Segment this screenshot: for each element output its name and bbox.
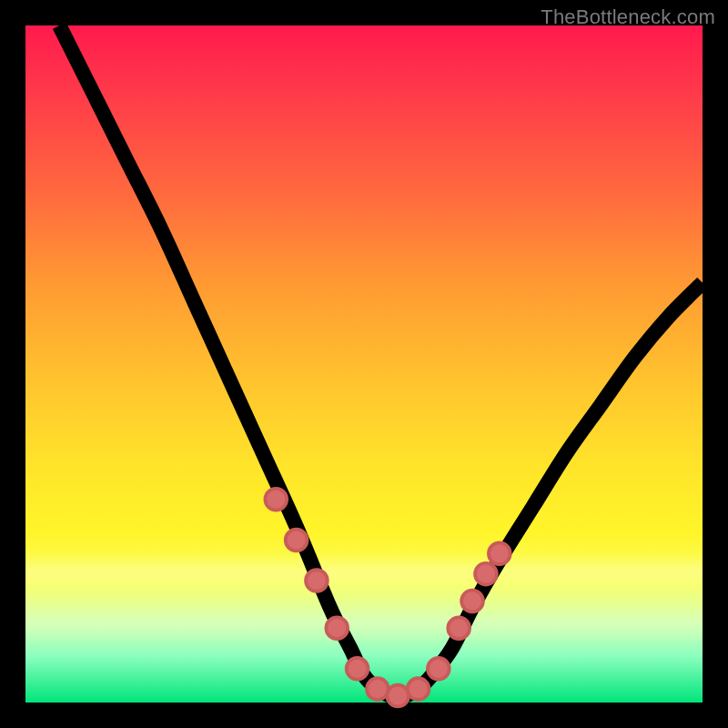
highlight-dot [448, 617, 470, 639]
highlight-dot [475, 563, 497, 585]
highlight-dot [306, 570, 328, 592]
highlight-dot [265, 489, 287, 511]
highlight-dot [326, 617, 348, 639]
highlight-dot [286, 530, 308, 551]
highlight-dot [461, 590, 483, 612]
highlight-dot [387, 685, 409, 707]
highlight-dot [408, 678, 430, 700]
watermark-text: TheBottleneck.com [541, 5, 715, 29]
highlight-dot [428, 658, 450, 680]
highlight-dot [489, 542, 511, 564]
chart-svg [25, 25, 703, 703]
highlight-dot [367, 678, 389, 700]
bottleneck-curve [59, 25, 703, 696]
highlight-dot [347, 658, 369, 680]
